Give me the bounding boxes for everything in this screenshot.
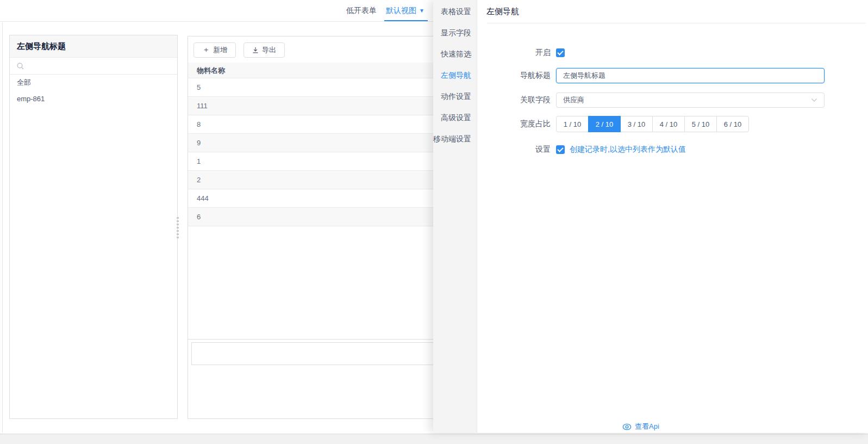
settings-drawer: 表格设置 显示字段 快速筛选 左侧导航 动作设置 高级设置 移动端设置 左侧导航… — [433, 0, 868, 433]
content-left-border — [2, 22, 3, 433]
nav-title-input[interactable] — [556, 68, 825, 83]
left-nav-title: 左侧导航标题 — [10, 35, 177, 58]
export-button[interactable]: 导出 — [243, 42, 285, 58]
nav-item-all[interactable]: 全部 — [10, 75, 177, 91]
menu-item-quick-filter[interactable]: 快速筛选 — [433, 44, 477, 65]
width-option-2-10[interactable]: 2 / 10 — [588, 116, 621, 132]
menu-item-action-settings[interactable]: 动作设置 — [433, 86, 477, 107]
drawer-panel-title: 左侧导航 — [477, 0, 868, 23]
enable-row: 开启 — [477, 46, 565, 59]
search-icon — [17, 63, 24, 70]
menu-item-display-fields[interactable]: 显示字段 — [433, 22, 477, 44]
width-ratio-row: 宽度占比 1 / 10 2 / 10 3 / 10 4 / 10 5 / 10 … — [477, 116, 749, 132]
settings-label: 设置 — [477, 145, 551, 155]
chevron-down-icon — [811, 98, 817, 102]
tab-low-open-form[interactable]: 低开表单 — [346, 0, 377, 21]
table-toolbar: ＋ 新增 导出 — [193, 42, 292, 58]
drawer-menu: 表格设置 显示字段 快速筛选 左侧导航 动作设置 高级设置 移动端设置 — [433, 0, 477, 433]
related-field-select[interactable]: 供应商 — [556, 92, 825, 108]
tab-default-view[interactable]: 默认视图▼ — [386, 0, 424, 21]
width-option-1-10[interactable]: 1 / 10 — [556, 116, 589, 132]
settings-option-label[interactable]: 创建记录时,以选中列表作为默认值 — [570, 145, 686, 155]
width-ratio-label: 宽度占比 — [477, 119, 551, 129]
drawer-header-divider — [487, 23, 866, 23]
tab-default-view-label: 默认视图 — [386, 6, 416, 15]
export-button-label: 导出 — [262, 45, 276, 55]
menu-item-mobile-settings[interactable]: 移动端设置 — [433, 128, 477, 150]
caret-down-icon: ▼ — [419, 8, 424, 14]
related-field-value: 供应商 — [563, 95, 584, 105]
width-ratio-group: 1 / 10 2 / 10 3 / 10 4 / 10 5 / 10 6 / 1… — [556, 116, 749, 132]
active-tab-underline — [384, 20, 428, 21]
left-nav-search-row — [10, 58, 177, 75]
related-field-row: 关联字段 供应商 — [477, 92, 825, 108]
width-option-6-10[interactable]: 6 / 10 — [716, 116, 749, 132]
settings-checkbox[interactable] — [556, 145, 565, 154]
panel-resize-handle[interactable] — [177, 217, 179, 239]
search-input[interactable] — [28, 59, 177, 72]
menu-item-advanced-settings[interactable]: 高级设置 — [433, 107, 477, 128]
download-icon — [252, 47, 259, 53]
related-field-label: 关联字段 — [477, 95, 551, 105]
nav-title-label: 导航标题 — [477, 71, 551, 81]
nav-title-row: 导航标题 — [477, 68, 825, 83]
nav-item-emp-861[interactable]: emp-861 — [10, 91, 177, 107]
width-option-3-10[interactable]: 3 / 10 — [620, 116, 653, 132]
width-option-4-10[interactable]: 4 / 10 — [652, 116, 685, 132]
left-nav-panel: 左侧导航标题 全部 emp-861 — [9, 35, 178, 419]
eye-icon — [622, 423, 632, 430]
menu-item-table-settings[interactable]: 表格设置 — [433, 1, 477, 22]
width-option-5-10[interactable]: 5 / 10 — [684, 116, 717, 132]
menu-item-left-nav[interactable]: 左侧导航 — [433, 65, 477, 86]
view-api-label: 查看Api — [635, 422, 659, 431]
view-api-link[interactable]: 查看Api — [622, 422, 659, 431]
settings-row: 设置 创建记录时,以选中列表作为默认值 — [477, 145, 686, 155]
add-button-label: 新增 — [213, 45, 227, 55]
drawer-panel: 左侧导航 开启 导航标题 关联字段 供应商 — [477, 0, 868, 433]
enable-label: 开启 — [477, 48, 551, 58]
enable-checkbox[interactable] — [556, 48, 565, 57]
plus-icon: ＋ — [202, 45, 210, 55]
bottom-strip — [0, 434, 868, 444]
add-button[interactable]: ＋ 新增 — [193, 42, 236, 58]
